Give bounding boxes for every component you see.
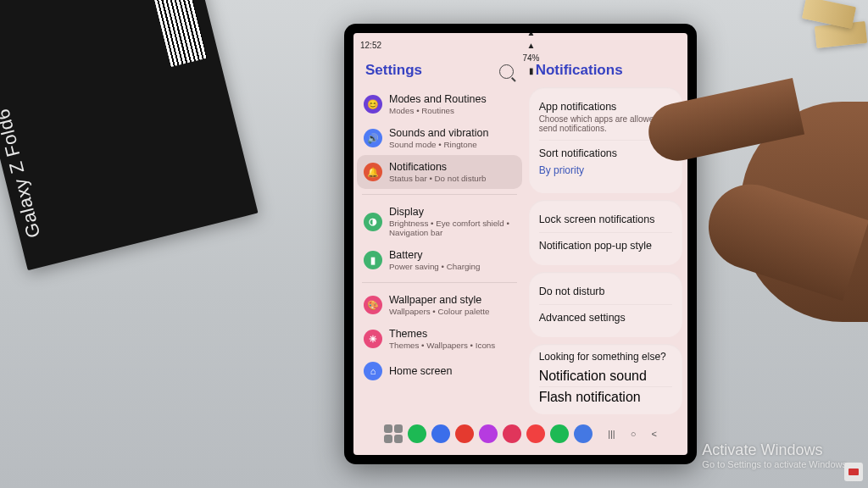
detail-card-2: Do not disturbAdvanced settings [529, 272, 682, 337]
status-time: 12:52 [360, 41, 381, 50]
row-title: Sounds and vibration [389, 127, 488, 139]
watermark-title: Activate Windows [702, 441, 849, 459]
option-app-notifications[interactable]: App notificationsChoose which apps are a… [539, 94, 672, 140]
row-icon: 🎨 [364, 296, 382, 314]
settings-row-sounds-and-vibration[interactable]: 🔊Sounds and vibrationSound mode • Ringto… [357, 121, 522, 155]
row-sub: Power saving • Charging [389, 262, 480, 271]
option-title: Sort notifications [539, 147, 672, 159]
option-title: Lock screen notifications [539, 214, 672, 225]
settings-title: Settings [365, 62, 422, 79]
dock-app-youtube[interactable] [526, 424, 545, 443]
row-sub: Brightness • Eye comfort shield • Naviga… [389, 219, 515, 237]
row-sub: Status bar • Do not disturb [389, 174, 487, 183]
signal-icon: ▲ [527, 33, 536, 37]
detail-title: Notifications [536, 62, 679, 79]
detail-card-1: Lock screen notificationsNotification po… [529, 200, 682, 265]
channel-badge [844, 463, 863, 481]
wood-blocks [771, 0, 868, 63]
else-link-0[interactable]: Notification sound [539, 366, 672, 386]
row-icon: 🔔 [364, 163, 382, 181]
row-icon: ▮ [364, 251, 382, 269]
row-sub: Themes • Wallpapers • Icons [389, 341, 495, 350]
dock-app-flipboard[interactable] [455, 424, 474, 443]
row-icon: 😊 [364, 95, 382, 114]
row-title: Battery [389, 249, 480, 261]
option-sort-notifications[interactable]: Sort notificationsBy priority [539, 140, 672, 186]
nav-back[interactable]: < [651, 429, 656, 439]
row-title: Wallpaper and style [389, 294, 490, 306]
divider [362, 194, 517, 195]
settings-list-pane: Settings 😊Modes and RoutinesModes • Rout… [357, 57, 522, 418]
watermark-sub: Go to Settings to activate Windows. [702, 459, 849, 469]
scene-background: 12:52 ◆ ▲ ▲ 74% ▮ Settings 😊Modes and Ro… [0, 0, 868, 488]
option-lock-screen-notifications[interactable]: Lock screen notifications [539, 207, 672, 232]
else-link-1[interactable]: Flash notification [539, 386, 672, 408]
row-icon: 🔊 [364, 129, 382, 147]
product-box [0, 0, 259, 270]
detail-card-0: App notificationsChoose which apps are a… [529, 87, 682, 193]
settings-row-display[interactable]: ◑DisplayBrightness • Eye comfort shield … [357, 200, 522, 243]
barcode-sticker [148, 0, 207, 67]
row-icon: ◑ [364, 213, 382, 231]
row-sub: Modes • Routines [389, 106, 487, 115]
dock: ||| ○ < [353, 418, 687, 455]
option-title: Notification pop-up style [539, 240, 672, 252]
dock-app-files[interactable] [479, 424, 498, 443]
search-icon[interactable] [499, 64, 514, 79]
screen: 12:52 ◆ ▲ ▲ 74% ▮ Settings 😊Modes and Ro… [353, 33, 687, 455]
row-icon: ⌂ [364, 362, 382, 380]
option-do-not-disturb[interactable]: Do not disturb [539, 279, 672, 304]
row-title: Display [389, 206, 515, 218]
dock-app-store[interactable] [503, 424, 521, 443]
divider [362, 282, 517, 283]
settings-row-notifications[interactable]: 🔔NotificationsStatus bar • Do not distur… [357, 155, 522, 189]
option-notification-pop-up-style[interactable]: Notification pop-up style [539, 232, 672, 258]
row-title: Notifications [389, 161, 487, 173]
settings-row-wallpaper-and-style[interactable]: 🎨Wallpaper and styleWallpapers • Colour … [357, 288, 522, 322]
option-title: App notifications [539, 101, 672, 113]
detail-pane: Notifications App notificationsChoose wh… [527, 57, 684, 418]
row-title: Themes [389, 328, 495, 340]
nav-recent[interactable]: ||| [608, 429, 615, 439]
dock-app-drive[interactable] [574, 424, 593, 443]
option-sub: By priority [539, 161, 672, 180]
row-icon: ☀ [364, 330, 382, 348]
settings-row-themes[interactable]: ☀ThemesThemes • Wallpapers • Icons [357, 322, 522, 356]
nav-home[interactable]: ○ [631, 429, 637, 439]
settings-row-home-screen[interactable]: ⌂Home screen [357, 356, 522, 386]
signal-icon-2: ▲ [527, 41, 536, 50]
dock-app-phone[interactable] [408, 424, 426, 443]
status-bar: 12:52 ◆ ▲ ▲ 74% ▮ [353, 33, 687, 53]
dock-app-spotify[interactable] [550, 424, 569, 443]
option-title: Advanced settings [539, 312, 672, 324]
dock-app-messages[interactable] [431, 424, 450, 443]
else-card: Looking for something else? Notification… [529, 344, 682, 414]
tablet-device: 12:52 ◆ ▲ ▲ 74% ▮ Settings 😊Modes and Ro… [344, 24, 697, 464]
row-sub: Sound mode • Ringtone [389, 140, 488, 149]
row-sub: Wallpapers • Colour palette [389, 307, 490, 316]
dock-app-apps-drawer[interactable] [384, 424, 403, 443]
nav-bar: ||| ○ < [608, 429, 657, 439]
option-title: Do not disturb [539, 286, 672, 297]
row-title: Home screen [389, 365, 452, 377]
option-sub: Choose which apps are allowed to send no… [539, 114, 672, 133]
settings-row-battery[interactable]: ▮BatteryPower saving • Charging [357, 243, 522, 277]
else-heading: Looking for something else? [539, 351, 672, 366]
row-title: Modes and Routines [389, 93, 487, 105]
settings-row-modes-and-routines[interactable]: 😊Modes and RoutinesModes • Routines [357, 87, 522, 121]
option-advanced-settings[interactable]: Advanced settings [539, 304, 672, 330]
windows-watermark: Activate Windows Go to Settings to activ… [702, 441, 849, 469]
